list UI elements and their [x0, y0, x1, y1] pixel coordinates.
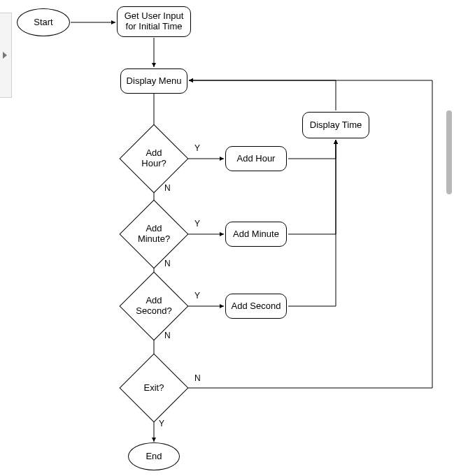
node-add-hour-q: Add Hour? — [129, 134, 178, 183]
node-display-time: Display Time — [302, 112, 369, 138]
node-exit-q: Exit? — [129, 363, 178, 412]
node-add-minute-q: Add Minute? — [129, 210, 178, 259]
left-expand-handle[interactable] — [0, 13, 12, 98]
node-get-input-label: Get User Input for Initial Time — [122, 11, 186, 32]
node-display-menu: Display Menu — [120, 68, 187, 94]
node-add-second: Add Second — [225, 294, 287, 319]
node-add-hour-label: Add Hour — [237, 154, 276, 164]
node-end-label: End — [146, 452, 162, 462]
flowchart-canvas: Start Get User Input for Initial Time Di… — [0, 0, 454, 476]
node-add-second-label: Add Second — [232, 301, 281, 312]
label-y-exit: Y — [159, 419, 164, 428]
node-add-second-q: Add Second? — [129, 282, 178, 331]
node-add-minute-q-label: Add Minute? — [134, 224, 174, 245]
label-n-second: N — [164, 331, 171, 340]
node-add-minute: Add Minute — [225, 222, 287, 247]
label-y-hour: Y — [194, 143, 200, 153]
vertical-scrollbar[interactable] — [446, 110, 452, 194]
node-end: End — [128, 442, 180, 470]
node-display-time-label: Display Time — [310, 120, 362, 131]
node-exit-q-label: Exit? — [144, 383, 164, 394]
label-n-hour: N — [164, 183, 171, 193]
node-add-hour: Add Hour — [225, 146, 287, 171]
node-add-hour-q-label: Add Hour? — [134, 148, 174, 169]
label-n-minute: N — [164, 259, 171, 268]
label-n-exit: N — [194, 373, 201, 383]
node-add-minute-label: Add Minute — [233, 229, 279, 240]
label-y-second: Y — [194, 291, 200, 301]
label-y-minute: Y — [194, 219, 200, 229]
node-start: Start — [17, 8, 70, 36]
node-add-second-q-label: Add Second? — [134, 296, 174, 317]
node-display-menu-label: Display Menu — [127, 76, 182, 87]
node-get-input: Get User Input for Initial Time — [117, 6, 191, 37]
node-start-label: Start — [34, 17, 52, 28]
